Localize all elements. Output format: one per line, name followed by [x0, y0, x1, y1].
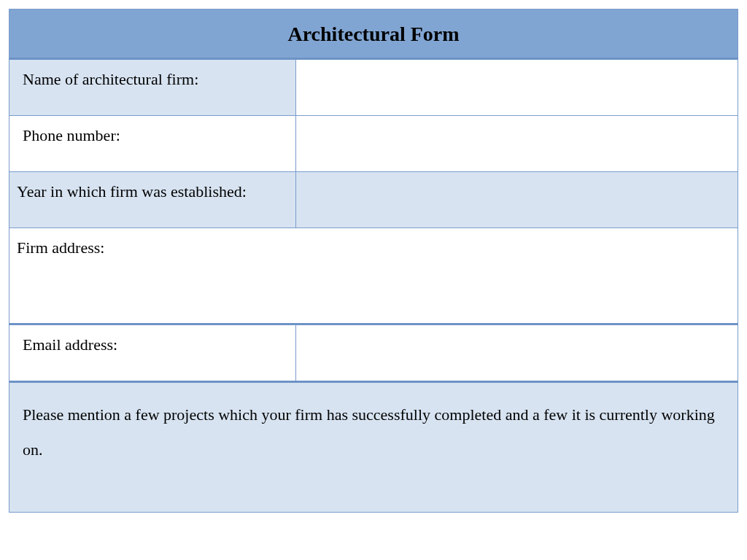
email-label: Email address:: [9, 324, 296, 382]
firm-name-input-cell[interactable]: [296, 59, 738, 116]
phone-input-cell[interactable]: [296, 116, 738, 172]
year-established-label: Year in which firm was established:: [9, 172, 296, 228]
year-established-input-cell[interactable]: [296, 172, 738, 228]
phone-label: Phone number:: [9, 116, 296, 172]
projects-prompt[interactable]: Please mention a few projects which your…: [9, 382, 738, 513]
form-title: Architectural Form: [9, 9, 738, 59]
firm-address-label[interactable]: Firm address:: [9, 228, 738, 324]
firm-name-label: Name of architectural firm:: [9, 59, 296, 116]
architectural-form-table: Architectural Form Name of architectural…: [9, 9, 738, 513]
email-input-cell[interactable]: [296, 324, 738, 382]
